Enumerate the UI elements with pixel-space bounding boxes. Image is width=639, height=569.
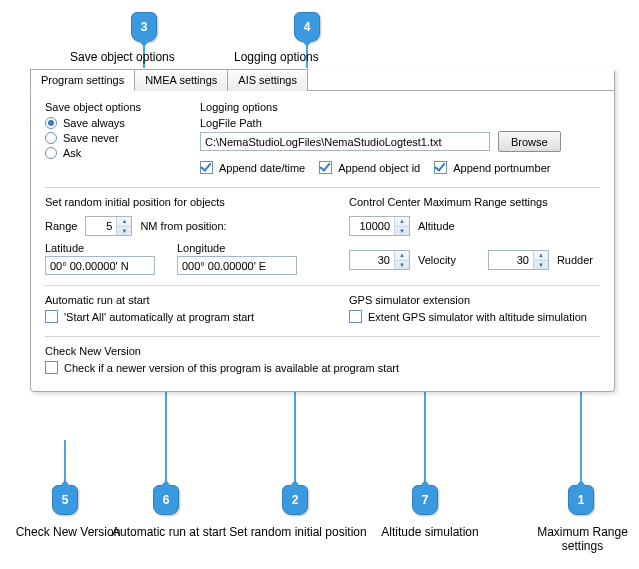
chk-append-datetime[interactable] bbox=[200, 161, 213, 174]
save-object-title: Save object options bbox=[45, 101, 200, 113]
callout-2-label: Set random initial position bbox=[218, 525, 378, 539]
latitude-label: Latitude bbox=[45, 242, 155, 254]
altitude-spinner[interactable]: 10000 ▲▼ bbox=[349, 216, 410, 236]
callout-5: 5 bbox=[52, 485, 78, 515]
radio-ask[interactable] bbox=[45, 147, 57, 159]
chk-append-objectid[interactable] bbox=[319, 161, 332, 174]
tab-bar: Program settings NMEA settings AIS setti… bbox=[30, 68, 614, 91]
spinner-down-icon[interactable]: ▼ bbox=[395, 227, 409, 236]
chk-start-all-label: 'Start All' automatically at program sta… bbox=[64, 311, 254, 323]
chk-append-portnumber-label: Append portnumber bbox=[453, 162, 550, 174]
tab-program-settings[interactable]: Program settings bbox=[30, 69, 135, 91]
callout-5-num: 5 bbox=[62, 493, 69, 507]
auto-run-title: Automatic run at start bbox=[45, 294, 325, 306]
radio-save-never[interactable] bbox=[45, 132, 57, 144]
random-position-group: Set random initial position for objects … bbox=[45, 196, 325, 275]
rudder-spinner[interactable]: 30 ▲▼ bbox=[488, 250, 549, 270]
longitude-input[interactable]: 000° 00.00000' E bbox=[177, 256, 297, 275]
range-label: Range bbox=[45, 220, 77, 232]
callout-6: 6 bbox=[153, 485, 179, 515]
latitude-input[interactable]: 00° 00.00000' N bbox=[45, 256, 155, 275]
callout-1: 1 bbox=[568, 485, 594, 515]
tab-nmea-settings[interactable]: NMEA settings bbox=[134, 69, 228, 91]
callout-6-num: 6 bbox=[163, 493, 170, 507]
check-version-title: Check New Version bbox=[45, 345, 600, 357]
longitude-label: Longitude bbox=[177, 242, 297, 254]
callout-4-label: Logging options bbox=[234, 50, 319, 64]
callout-4-num: 4 bbox=[304, 20, 311, 34]
chk-append-objectid-label: Append object id bbox=[338, 162, 420, 174]
radio-ask-label: Ask bbox=[63, 147, 81, 159]
callout-2: 2 bbox=[282, 485, 308, 515]
radio-save-always[interactable] bbox=[45, 117, 57, 129]
spinner-up-icon[interactable]: ▲ bbox=[534, 251, 548, 261]
range-spinner[interactable]: 5 ▲▼ bbox=[85, 216, 132, 236]
velocity-spinner[interactable]: 30 ▲▼ bbox=[349, 250, 410, 270]
chk-gps-altitude-label: Extent GPS simulator with altitude simul… bbox=[368, 311, 587, 323]
chk-gps-altitude[interactable] bbox=[349, 310, 362, 323]
tab-ais-settings[interactable]: AIS settings bbox=[227, 69, 308, 91]
settings-dialog: Program settings NMEA settings AIS setti… bbox=[30, 68, 615, 392]
spinner-up-icon[interactable]: ▲ bbox=[395, 217, 409, 227]
cc-range-title: Control Center Maximum Range settings bbox=[349, 196, 600, 208]
logfile-path-input[interactable]: C:\NemaStudioLogFiles\NemaStudioLogtest1… bbox=[200, 132, 490, 151]
spinner-down-icon[interactable]: ▼ bbox=[395, 261, 409, 270]
callout-3-num: 3 bbox=[141, 20, 148, 34]
radio-save-never-label: Save never bbox=[63, 132, 119, 144]
browse-button[interactable]: Browse bbox=[498, 131, 561, 152]
logging-title: Logging options bbox=[200, 101, 600, 113]
callout-1-num: 1 bbox=[578, 493, 585, 507]
chk-append-datetime-label: Append date/time bbox=[219, 162, 305, 174]
rudder-label: Rudder bbox=[557, 254, 593, 266]
callout-7: 7 bbox=[412, 485, 438, 515]
chk-append-portnumber[interactable] bbox=[434, 161, 447, 174]
nm-from-label: NM from position: bbox=[140, 220, 226, 232]
spinner-down-icon[interactable]: ▼ bbox=[534, 261, 548, 270]
spinner-up-icon[interactable]: ▲ bbox=[395, 251, 409, 261]
spinner-down-icon[interactable]: ▼ bbox=[117, 227, 131, 236]
gps-ext-group: GPS simulator extension Extent GPS simul… bbox=[349, 294, 600, 326]
logging-group: Logging options LogFile Path C:\NemaStud… bbox=[200, 101, 600, 177]
callout-7-num: 7 bbox=[422, 493, 429, 507]
chk-check-version[interactable] bbox=[45, 361, 58, 374]
callout-6-label: Automatic run at start bbox=[104, 525, 234, 539]
save-object-group: Save object options Save always Save nev… bbox=[45, 101, 200, 177]
chk-check-version-label: Check if a newer version of this program… bbox=[64, 362, 399, 374]
callout-1-label: Maximum Range settings bbox=[530, 525, 635, 553]
gps-ext-title: GPS simulator extension bbox=[349, 294, 600, 306]
callout-3: 3 bbox=[131, 12, 157, 42]
check-version-group: Check New Version Check if a newer versi… bbox=[45, 345, 600, 374]
callout-2-num: 2 bbox=[292, 493, 299, 507]
altitude-label: Altitude bbox=[418, 220, 455, 232]
callout-3-label: Save object options bbox=[70, 50, 175, 64]
random-position-title: Set random initial position for objects bbox=[45, 196, 325, 208]
auto-run-group: Automatic run at start 'Start All' autom… bbox=[45, 294, 325, 326]
callout-7-label: Altitude simulation bbox=[370, 525, 490, 539]
logfile-path-label: LogFile Path bbox=[200, 117, 600, 129]
velocity-label: Velocity bbox=[418, 254, 456, 266]
cc-range-group: Control Center Maximum Range settings 10… bbox=[349, 196, 600, 275]
spinner-up-icon[interactable]: ▲ bbox=[117, 217, 131, 227]
callout-4: 4 bbox=[294, 12, 320, 42]
radio-save-always-label: Save always bbox=[63, 117, 125, 129]
chk-start-all[interactable] bbox=[45, 310, 58, 323]
